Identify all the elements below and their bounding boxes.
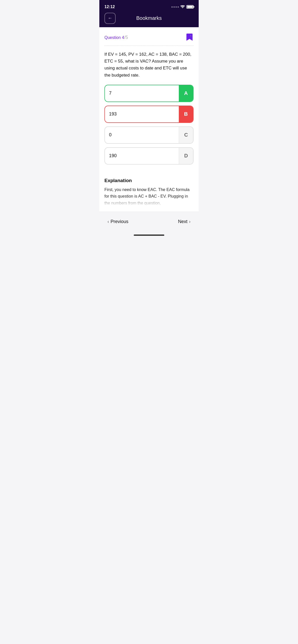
option-a-label: A bbox=[179, 85, 193, 101]
option-b-text: 193 bbox=[105, 107, 179, 121]
option-d-label: D bbox=[179, 148, 193, 164]
main-content: Question 4/5 If EV = 145, PV = 162, AC =… bbox=[99, 27, 199, 178]
next-button[interactable]: Next › bbox=[176, 216, 193, 227]
next-chevron-icon: › bbox=[189, 219, 191, 224]
status-time: 12:12 bbox=[104, 5, 115, 9]
home-indicator bbox=[99, 232, 199, 239]
explanation-title: Explanation bbox=[104, 178, 194, 183]
explanation-section: Explanation First, you need to know EAC.… bbox=[99, 178, 199, 212]
option-a-text: 7 bbox=[105, 86, 179, 100]
question-divider bbox=[104, 46, 194, 46]
explanation-body: First, you need to know EAC. The EAC for… bbox=[104, 186, 194, 207]
back-arrow-icon: ← bbox=[108, 16, 112, 21]
explanation-text: First, you need to know EAC. The EAC for… bbox=[104, 186, 194, 207]
wifi-icon bbox=[180, 5, 185, 9]
question-text: If EV = 145, PV = 162, AC = 138, BAC = 2… bbox=[104, 51, 194, 79]
question-header: Question 4/5 bbox=[104, 33, 194, 41]
option-d[interactable]: 190 D bbox=[104, 147, 194, 165]
status-bar: 12:12 bbox=[99, 0, 199, 13]
status-icons bbox=[171, 5, 194, 9]
options-container: 7 A 193 B 0 C 190 D bbox=[104, 85, 194, 165]
question-number-total: /5 bbox=[124, 35, 128, 40]
nav-footer: ‹ Previous Next › bbox=[99, 212, 199, 232]
bookmark-icon[interactable] bbox=[185, 33, 194, 41]
option-d-text: 190 bbox=[105, 149, 179, 163]
option-a[interactable]: 7 A bbox=[104, 85, 194, 102]
battery-icon bbox=[186, 5, 194, 9]
back-button[interactable]: ← bbox=[104, 13, 116, 24]
option-c-text: 0 bbox=[105, 128, 179, 142]
option-b[interactable]: 193 B bbox=[104, 106, 194, 123]
page-header: ← Bookmarks bbox=[99, 13, 199, 27]
previous-chevron-icon: ‹ bbox=[107, 219, 109, 224]
home-bar bbox=[134, 235, 164, 236]
option-b-label: B bbox=[179, 106, 193, 122]
previous-button[interactable]: ‹ Previous bbox=[105, 216, 130, 227]
question-number: Question 4/5 bbox=[104, 35, 128, 40]
previous-label: Previous bbox=[111, 219, 128, 224]
next-label: Next bbox=[178, 219, 187, 224]
header-title: Bookmarks bbox=[136, 15, 162, 21]
question-number-main: Question 4 bbox=[104, 35, 124, 40]
option-c[interactable]: 0 C bbox=[104, 126, 194, 144]
option-c-label: C bbox=[179, 127, 193, 143]
signal-icon bbox=[171, 6, 179, 8]
